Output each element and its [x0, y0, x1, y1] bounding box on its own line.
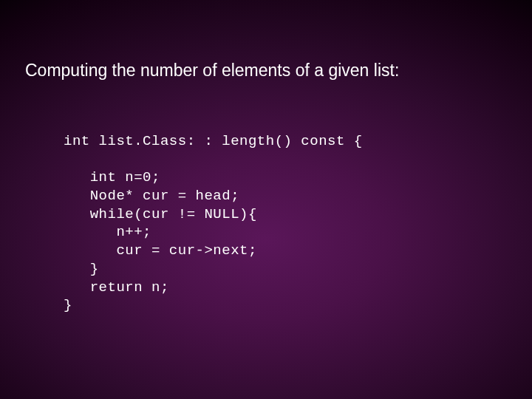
slide-container: Computing the number of elements of a gi… [0, 0, 532, 399]
slide-title: Computing the number of elements of a gi… [0, 61, 532, 81]
code-block: int list.Class: : length() const { int n… [0, 132, 532, 315]
